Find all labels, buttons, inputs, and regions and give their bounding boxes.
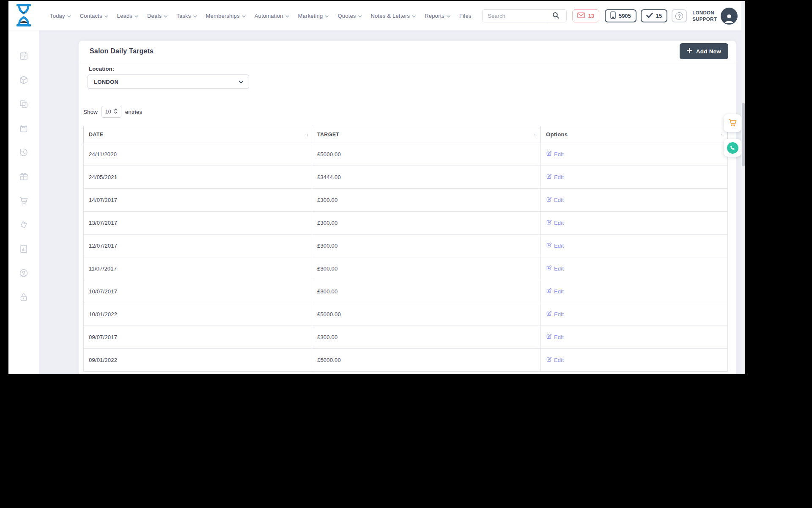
column-header-options[interactable]: Options ↑↓ <box>541 126 728 143</box>
column-label: TARGET <box>317 132 339 138</box>
table-row: 13/07/2017 £300.00 Edit <box>84 212 728 235</box>
target-cell: £300.00 <box>312 212 541 235</box>
nav-item[interactable]: Tasks <box>176 13 197 19</box>
options-cell: Edit <box>541 235 728 257</box>
edit-link[interactable]: Edit <box>546 196 564 204</box>
package-icon[interactable] <box>19 75 29 85</box>
edit-label: Edit <box>554 197 564 203</box>
target-cell: £3444.00 <box>312 166 541 189</box>
nav-item[interactable]: Deals <box>147 13 167 19</box>
phone-widget-button[interactable] <box>724 139 741 157</box>
edit-icon <box>546 265 552 272</box>
user-name[interactable]: LONDON SUPPORT <box>692 10 717 22</box>
nav-item[interactable]: Memberships <box>206 13 246 19</box>
sort-icon: ↑↓ <box>721 132 724 137</box>
main-nav: Today Contacts Leads Deals Tasks Members… <box>50 13 472 19</box>
svg-text:12: 12 <box>22 56 25 59</box>
edit-link[interactable]: Edit <box>546 242 564 249</box>
top-bar: Today Contacts Leads Deals Tasks Members… <box>8 1 745 30</box>
copy-icon[interactable] <box>19 99 29 109</box>
nav-item[interactable]: Notes & Letters <box>371 13 416 19</box>
table-length-control: Show 10 entries <box>83 106 728 118</box>
nav-item[interactable]: Leads <box>117 13 138 19</box>
search-button[interactable] <box>545 9 567 22</box>
report-chart-icon[interactable] <box>19 244 29 254</box>
edit-link[interactable]: Edit <box>546 174 564 181</box>
entries-label: entries <box>125 109 143 115</box>
show-label: Show <box>83 109 98 115</box>
mobile-phone-icon <box>610 11 616 20</box>
user-name-line1: LONDON <box>692 10 717 16</box>
lock-icon[interactable] <box>19 292 29 302</box>
edit-link[interactable]: Edit <box>546 288 564 295</box>
nav-item-label: Leads <box>117 13 132 19</box>
scrollbar-thumb[interactable] <box>742 103 745 166</box>
phone-badge[interactable]: 5905 <box>605 9 636 22</box>
user-avatar[interactable] <box>721 8 738 25</box>
add-new-button[interactable]: Add New <box>680 43 728 59</box>
chevron-down-icon <box>104 15 108 18</box>
edit-link[interactable]: Edit <box>546 265 564 272</box>
shopping-bag-icon[interactable] <box>19 123 29 133</box>
nav-item-label: Deals <box>147 13 162 19</box>
edit-label: Edit <box>554 265 564 272</box>
edit-icon <box>546 196 552 204</box>
user-name-line2: SUPPORT <box>692 16 717 22</box>
page-scrollbar[interactable] <box>741 1 745 374</box>
phone-number: 5905 <box>619 13 631 19</box>
column-header-date[interactable]: DATE ↑↓ <box>84 126 312 143</box>
target-cell: £5000.00 <box>312 349 541 372</box>
cart-widget-button[interactable] <box>724 114 741 132</box>
support-person-icon[interactable] <box>19 268 29 278</box>
nav-item[interactable]: Contacts <box>80 13 108 19</box>
date-cell: 12/07/2017 <box>84 235 312 257</box>
tasks-badge[interactable]: 15 <box>641 9 667 22</box>
cart-icon[interactable] <box>19 196 29 206</box>
chevron-down-icon <box>239 79 244 85</box>
edit-icon <box>546 174 552 181</box>
edit-link[interactable]: Edit <box>546 219 564 226</box>
nav-item-label: Contacts <box>80 13 102 19</box>
options-cell: Edit <box>541 166 728 189</box>
hourglass-logo-icon <box>15 4 32 28</box>
search-input[interactable] <box>482 9 545 22</box>
entries-select[interactable]: 10 <box>102 106 121 118</box>
nav-item[interactable]: Marketing <box>298 13 329 19</box>
column-label: Options <box>546 131 568 138</box>
nav-item[interactable]: Reports <box>425 13 450 19</box>
edit-link[interactable]: Edit <box>546 334 564 341</box>
date-cell: 09/01/2022 <box>84 349 312 372</box>
voucher-tag-icon[interactable] <box>19 220 29 230</box>
column-label: DATE <box>89 132 103 138</box>
calendar-icon[interactable]: 12 <box>19 51 29 61</box>
nav-item[interactable]: Automation <box>255 13 289 19</box>
edit-link[interactable]: Edit <box>546 356 564 364</box>
chevron-down-icon <box>325 15 329 18</box>
nav-item[interactable]: Today <box>50 13 71 19</box>
edit-label: Edit <box>554 311 564 318</box>
search-icon <box>552 11 560 20</box>
table-row: 24/05/2021 £3444.00 Edit <box>84 166 728 189</box>
history-icon[interactable] <box>19 147 29 157</box>
app-logo[interactable] <box>8 4 39 28</box>
column-header-target[interactable]: TARGET ↑↓ <box>312 126 541 143</box>
help-button[interactable]: ? <box>672 9 687 22</box>
gift-icon[interactable] <box>19 171 29 182</box>
options-cell: Edit <box>541 189 728 212</box>
options-cell: Edit <box>541 257 728 280</box>
plus-icon <box>687 48 692 55</box>
edit-link[interactable]: Edit <box>546 151 564 158</box>
edit-link[interactable]: Edit <box>546 311 564 318</box>
nav-item[interactable]: Quotes <box>337 13 362 19</box>
targets-table: DATE ↑↓ TARGET ↑↓ <box>83 126 728 372</box>
options-cell: Edit <box>541 326 728 349</box>
table-body: 24/11/2020 £5000.00 Edit 24/05/2021 £344… <box>84 143 728 372</box>
nav-item[interactable]: Files <box>459 13 471 19</box>
location-label: Location: <box>89 66 728 72</box>
date-cell: 24/11/2020 <box>84 143 312 166</box>
phone-call-icon <box>727 142 738 154</box>
up-down-arrows-icon <box>114 108 118 115</box>
location-select[interactable]: LONDON <box>88 75 249 89</box>
messages-badge[interactable]: 13 <box>572 9 599 22</box>
location-select-value: LONDON <box>94 79 118 85</box>
